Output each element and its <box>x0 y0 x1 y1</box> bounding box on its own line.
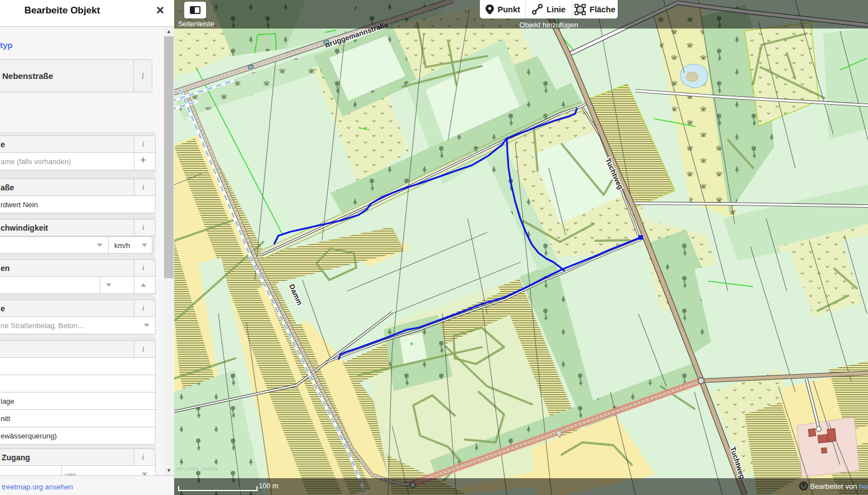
svg-text:osm_edits_overlay: osm_edits_overlay <box>176 466 218 471</box>
